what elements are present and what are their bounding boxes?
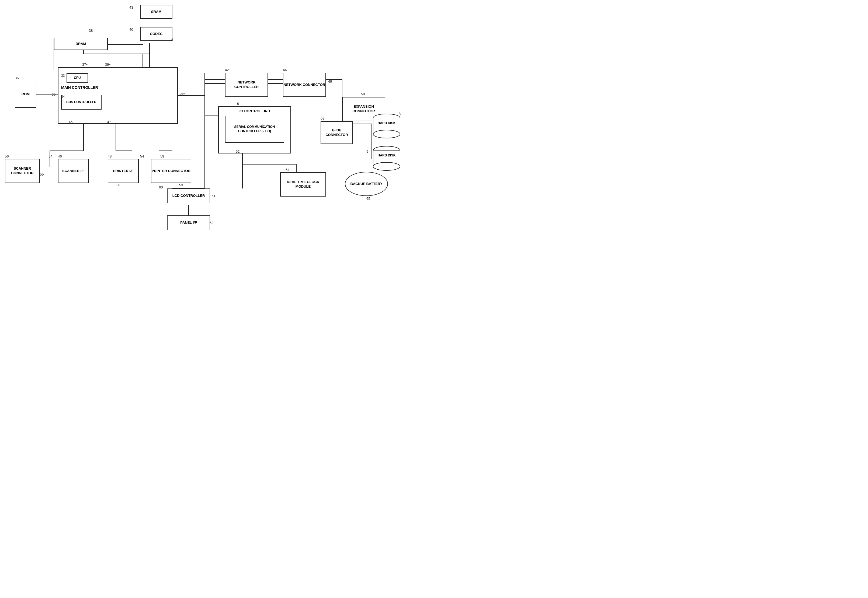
n59-label: 59 bbox=[160, 154, 164, 158]
dram-label: DRAM bbox=[76, 42, 86, 46]
sram-box: SRAM bbox=[140, 5, 172, 19]
expansion-connector-label: EXPANSION CONNECTOR bbox=[343, 105, 385, 114]
scanner-if-box: SCANNER I/F bbox=[58, 159, 89, 183]
lcd-controller-number: 60 bbox=[159, 185, 163, 189]
eide-connector-label: E-IDE CONNECTOR bbox=[321, 128, 352, 137]
n58-label: 58 bbox=[117, 183, 120, 187]
printer-connector-box: PRINTER CONNECTOR bbox=[151, 159, 191, 183]
printer-connector-label: PRINTER CONNECTOR bbox=[152, 169, 190, 173]
scanner-if-number: 46 bbox=[58, 154, 62, 158]
backup-battery-label: BACKUP BATTERY bbox=[350, 182, 383, 186]
main-controller-outer: CPU 33 MAIN CONTROLLER BUS CONTROLLER 34 bbox=[58, 67, 178, 124]
hard-disk-bottom: HARD DISK bbox=[372, 145, 401, 173]
printer-connector-54-label: 54 bbox=[140, 154, 144, 158]
hard-disk-top-number: 8 bbox=[399, 112, 401, 116]
codec-number: 40 bbox=[129, 27, 133, 31]
network-controller-box: NETWORK CONTROLLER bbox=[225, 73, 268, 97]
io-control-unit-label: I/O CONTROL UNIT bbox=[239, 109, 271, 114]
network-controller-label: NETWORK CONTROLLER bbox=[226, 80, 268, 90]
cpu-label: CPU bbox=[74, 76, 81, 80]
sram-label: SRAM bbox=[151, 10, 162, 14]
svg-point-44 bbox=[373, 162, 400, 170]
n47-label: ~47 bbox=[105, 120, 111, 124]
n52-label: 52 bbox=[236, 150, 239, 154]
hard-disk-bottom-label: HARD DISK bbox=[374, 154, 399, 157]
eide-connector-box: E-IDE CONNECTOR bbox=[320, 121, 353, 144]
printer-if-box: PRINTER I/F bbox=[108, 159, 139, 183]
sram-number: 43 bbox=[129, 5, 133, 9]
scanner-connector-box: SCANNER CONNECTOR bbox=[5, 159, 40, 183]
dram-number: 38 bbox=[89, 28, 93, 33]
lcd-controller-box: LCD CONTROLLER bbox=[167, 188, 210, 203]
n61-label: ~61 bbox=[210, 194, 216, 198]
rom-label: ROM bbox=[22, 92, 30, 97]
rom-number: 36 bbox=[15, 76, 19, 80]
n55-label: 55 bbox=[40, 172, 43, 176]
n53-label: 53 bbox=[179, 183, 183, 187]
hard-disk-top-label: HARD DISK bbox=[374, 121, 399, 125]
n41-label: 41 bbox=[171, 38, 175, 42]
bus-controller-number: 34 bbox=[61, 95, 65, 99]
io-control-unit-number: 51 bbox=[237, 102, 241, 106]
serial-comm-label: SERIAL COMMUNICATION CONTROLLER (2 CH) bbox=[226, 125, 284, 133]
backup-battery-ellipse: BACKUP BATTERY bbox=[345, 172, 388, 196]
expansion-connector-number: 50 bbox=[361, 92, 365, 96]
codec-box: CODEC bbox=[140, 27, 172, 41]
diagram: SRAM 43 CODEC 40 41 DRAM 38 ROM 36 CPU 3… bbox=[0, 0, 434, 299]
n49-label: 49 bbox=[328, 79, 332, 84]
io-control-unit-box: I/O CONTROL UNIT SERIAL COMMUNICATION CO… bbox=[218, 106, 291, 154]
serial-comm-box: SERIAL COMMUNICATION CONTROLLER (2 CH) bbox=[225, 116, 284, 143]
dram-box: DRAM bbox=[54, 38, 108, 50]
realtime-clock-number: 64 bbox=[286, 168, 289, 172]
codec-label: CODEC bbox=[150, 32, 163, 36]
panel-if-label: PANEL I/F bbox=[180, 221, 197, 225]
n35-label: 35 bbox=[52, 92, 55, 96]
scanner-if-label: SCANNER I/F bbox=[62, 169, 85, 173]
lcd-controller-label: LCD CONTROLLER bbox=[172, 194, 205, 198]
printer-if-label: PRINTER I/F bbox=[113, 169, 134, 173]
n39-label: 39~ bbox=[105, 63, 111, 66]
bus-controller-label: BUS CONTROLLER bbox=[66, 100, 96, 105]
n45-label: 45~ bbox=[69, 120, 75, 124]
scanner-connector-label: SCANNER CONNECTOR bbox=[5, 166, 39, 176]
eide-connector-number: 63 bbox=[320, 116, 324, 120]
network-connector-label: NETWORK CONNECTOR bbox=[284, 83, 325, 87]
hard-disk-top: HARD DISK bbox=[372, 113, 401, 141]
realtime-clock-box: REAL-TIME CLOCK MODULE bbox=[280, 172, 326, 197]
realtime-clock-label: REAL-TIME CLOCK MODULE bbox=[281, 180, 325, 189]
scanner-if-54-label: 54 bbox=[48, 154, 52, 158]
hard-disk-bottom-number: 9 bbox=[367, 150, 368, 154]
network-connector-number: 44 bbox=[283, 68, 287, 72]
panel-if-box: PANEL I/F bbox=[167, 215, 210, 230]
cpu-number: 33 bbox=[61, 74, 65, 78]
scanner-connector-number: 56 bbox=[5, 154, 9, 158]
panel-if-number: 62 bbox=[210, 221, 213, 225]
rom-box: ROM bbox=[15, 81, 36, 108]
main-controller-label: MAIN CONTROLLER bbox=[61, 85, 98, 90]
network-connector-box: NETWORK CONNECTOR bbox=[283, 73, 326, 97]
svg-point-41 bbox=[373, 130, 400, 138]
cpu-box: CPU bbox=[67, 73, 88, 83]
n37-label: 37~ bbox=[82, 63, 88, 66]
bus-controller-box: BUS CONTROLLER bbox=[61, 95, 102, 109]
printer-if-number: 48 bbox=[108, 154, 112, 158]
n32-label: ~32 bbox=[179, 92, 185, 96]
network-controller-number: 42 bbox=[225, 68, 229, 72]
backup-battery-number: 65 bbox=[367, 197, 370, 200]
